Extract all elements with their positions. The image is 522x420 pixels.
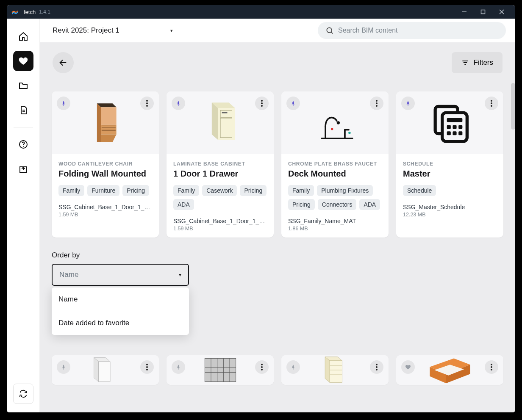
tag: Schedule [403,185,436,196]
pin-button[interactable] [57,360,70,374]
scrollbar[interactable] [511,83,515,130]
tag: ADA [173,199,194,210]
sidebar-item-favorites[interactable] [13,51,33,71]
svg-marker-62 [98,362,110,382]
card-filename: SSG_Family_Name_MAT [288,218,382,224]
svg-point-89 [491,369,492,370]
window-close-button[interactable] [492,6,511,18]
window-maximize-button[interactable] [474,6,492,18]
sidebar-item-folders[interactable] [13,75,33,96]
svg-marker-82 [330,361,342,382]
svg-point-44 [491,100,492,102]
card-filesize: 1.59 MB [58,212,152,218]
tag: Plumbing Fixtures [317,185,373,196]
card-tags: FamilyPlumbing FixturesPricingConnectors… [288,185,382,210]
dropdown-option[interactable]: Name [52,287,189,311]
search-icon [325,26,334,35]
pin-button[interactable] [286,97,300,110]
sidebar-item-home[interactable] [13,26,33,47]
card-thumbnail [52,355,159,385]
chevron-down-icon: ▾ [179,272,181,278]
content-card[interactable]: SCHEDULEMasterScheduleSSG_Master_Schedul… [396,91,503,238]
sidebar-sync-button[interactable] [13,384,33,404]
card-tags: Schedule [403,185,497,196]
card-tags: FamilyCaseworkPricingADA [173,185,267,210]
tag: ADA [359,199,380,210]
svg-marker-20 [97,103,100,142]
dropdown-option[interactable]: Date added to favorite [52,311,189,335]
chevron-down-icon: ▾ [170,28,173,33]
more-button[interactable] [485,97,498,110]
content-card[interactable] [281,355,389,385]
app-version: 1.4.1 [39,9,50,15]
svg-point-60 [146,369,148,370]
more-button[interactable] [255,360,269,374]
svg-marker-83 [325,357,330,383]
card-eyebrow: SCHEDULE [403,161,497,167]
tag: Family [173,185,199,196]
svg-point-66 [261,366,263,368]
filters-button[interactable]: Filters [452,52,503,73]
svg-rect-52 [453,125,456,129]
sidebar-item-upload[interactable] [13,159,33,179]
sidebar-item-documents[interactable] [13,100,33,120]
window-minimize-button[interactable] [455,6,474,18]
card-filename: SSG_Master_Schedule [403,204,497,210]
filter-icon [461,58,469,67]
card-thumbnail [52,91,159,154]
more-button[interactable] [485,360,498,374]
more-button[interactable] [370,360,383,374]
pin-button[interactable] [172,97,185,110]
favorite-button[interactable] [401,360,415,374]
app-name: fetch [24,9,36,15]
svg-point-67 [261,369,263,370]
tag: Family [288,185,314,196]
svg-point-79 [376,366,378,368]
order-by-control: Order by Name ▾ NameDate added to favori… [52,251,192,335]
more-button[interactable] [140,97,154,110]
content-card[interactable] [52,355,159,385]
app-window: fetch 1.4.1 [7,5,515,412]
more-button[interactable] [370,97,383,110]
pin-button[interactable] [286,360,300,374]
svg-point-87 [491,364,492,365]
content-card[interactable] [167,355,274,385]
svg-point-39 [336,121,339,124]
svg-point-78 [376,364,378,365]
svg-point-5 [23,146,24,147]
svg-rect-50 [447,118,462,122]
pin-button[interactable] [401,97,415,110]
more-button[interactable] [255,97,269,110]
card-title: Deck Mounted [288,169,382,179]
svg-point-14 [146,102,148,104]
content-card[interactable]: LAMINATE BASE CABINET1 Door 1 DrawerFami… [167,91,274,238]
order-by-value: Name [59,271,78,279]
pin-button[interactable] [57,97,70,110]
search-input[interactable] [338,27,498,34]
back-button[interactable] [53,52,74,73]
card-filename: SSG_Cabinet_Base_1_Door_1_… [173,218,267,224]
svg-marker-18 [101,125,117,135]
svg-rect-68 [205,359,236,382]
content-card[interactable]: CHROME PLATE BRASS FAUCETDeck MountedFam… [281,91,389,238]
search-field[interactable] [318,22,506,39]
tag: Pricing [122,185,149,196]
svg-point-15 [146,105,148,107]
sidebar-item-help[interactable] [13,134,33,155]
svg-point-45 [491,102,492,104]
pin-button[interactable] [172,360,185,374]
content-card[interactable]: WOOD CANTILEVER CHAIRFolding Wall Mounte… [52,91,159,238]
order-by-select[interactable]: Name ▾ [52,264,189,286]
sidebar [7,19,40,412]
more-button[interactable] [140,360,154,374]
card-title: Master [403,169,497,179]
svg-marker-31 [211,102,218,140]
app-logo-icon [11,8,19,16]
svg-point-27 [261,102,263,104]
card-thumbnail [167,91,274,154]
project-selector[interactable]: Revit 2025: Project 1 ▾ [53,26,173,35]
content-card[interactable] [396,355,503,385]
filters-label: Filters [474,58,493,67]
card-thumbnail [281,91,389,154]
svg-rect-53 [458,125,462,129]
